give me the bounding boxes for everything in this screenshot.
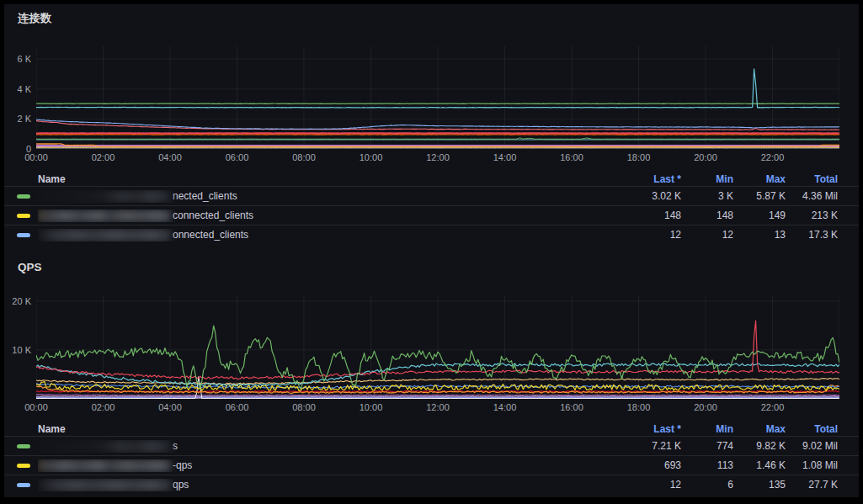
legend-value-max: 13 [733,229,786,241]
legend-column-header-min[interactable]: Min [681,173,733,185]
grafana-dashboard: 连接数 6 K4 K2 K0 00:0002:0004:0006:0008:00… [4,4,859,497]
panel-connections: 连接数 6 K4 K2 K0 00:0002:0004:0006:0008:00… [4,12,859,244]
x-tick-label: 04:00 [158,402,182,412]
legend-header-row: NameLast *MinMaxTotal [4,172,859,186]
qps-chart[interactable]: 20 K10 K 00:0002:0004:0006:0008:0010:001… [4,296,859,414]
qps-legend-table: NameLast *MinMaxTotals7.21 K7749.82 K9.0… [4,422,859,494]
series-name[interactable]: -qps [38,459,621,472]
x-tick-label: 20:00 [694,402,717,412]
legend-column-header-max[interactable]: Max [733,423,786,435]
series-name[interactable]: s [38,440,621,453]
x-tick-label: 06:00 [226,152,249,162]
legend-column-header-min[interactable]: Min [681,423,733,435]
legend-value-total: 1.08 Mil [786,459,838,471]
legend-value-last: 148 [621,210,681,221]
qps-timeseries[interactable] [36,296,839,399]
legend-value-max: 1.46 K [733,459,786,471]
legend-value-total: 17.3 K [786,229,838,241]
legend-row[interactable]: qps12613527.7 K [4,475,859,494]
panel-title-connections[interactable]: 连接数 [18,12,859,24]
y-tick-label: 10 K [12,345,31,355]
series-name[interactable]: nected_clients [38,190,621,203]
legend-value-min: 148 [681,210,733,221]
x-tick-label: 20:00 [694,152,717,162]
series-color-swatch-icon[interactable] [17,194,30,199]
redacted-name-blur [38,440,171,453]
series-name[interactable]: connected_clients [38,210,621,222]
connections-y-axis: 6 K4 K2 K0 [4,46,36,149]
x-tick-label: 00:00 [24,152,48,162]
x-tick-label: 06:00 [226,402,249,412]
legend-column-header-total[interactable]: Total [786,173,838,185]
legend-value-min: 3 K [681,190,733,202]
series-name-suffix: qps [173,479,189,491]
legend-value-last: 12 [621,479,681,491]
legend-value-last: 693 [621,459,681,471]
series-name-suffix: onnected_clients [173,229,248,241]
series-color-swatch-icon[interactable] [17,483,30,487]
legend-value-total: 9.02 Mil [786,440,838,452]
y-tick-label: 2 K [17,114,31,124]
legend-value-min: 6 [681,479,733,491]
connections-plot-area[interactable]: 00:0002:0004:0006:0008:0010:0012:0014:00… [36,46,839,164]
connections-x-axis: 00:0002:0004:0006:0008:0010:0012:0014:00… [36,151,839,164]
connections-chart[interactable]: 6 K4 K2 K0 00:0002:0004:0006:0008:0010:0… [4,46,859,164]
legend-row[interactable]: onnected_clients12121317.3 K [4,225,859,244]
series-name[interactable]: qps [38,479,621,491]
series-color-swatch-icon[interactable] [17,233,30,237]
qps-plot-area[interactable]: 00:0002:0004:0006:0008:0010:0012:0014:00… [36,296,839,414]
legend-row[interactable]: s7.21 K7749.82 K9.02 Mil [4,436,859,455]
legend-row[interactable]: nected_clients3.02 K3 K5.87 K4.36 Mil [4,186,859,205]
legend-column-header-name[interactable]: Name [38,423,621,435]
series-name-suffix: -qps [173,459,192,471]
legend-row[interactable]: -qps6931131.46 K1.08 Mil [4,455,859,475]
legend-value-min: 774 [681,440,733,452]
x-tick-label: 14:00 [493,402,517,412]
x-tick-label: 18:00 [627,402,651,412]
legend-value-max: 135 [733,479,786,491]
connections-legend-table: NameLast *MinMaxTotalnected_clients3.02 … [4,172,859,244]
panel-title-qps[interactable]: QPS [18,261,859,273]
series-color-swatch-icon[interactable] [17,444,30,448]
x-tick-label: 18:00 [627,152,651,162]
x-tick-label: 04:00 [158,152,182,162]
legend-value-last: 3.02 K [621,190,681,202]
x-tick-label: 22:00 [761,402,785,412]
legend-value-last: 12 [621,229,681,241]
series-name[interactable]: onnected_clients [38,229,621,241]
connections-timeseries[interactable] [36,46,839,149]
legend-column-header-last[interactable]: Last * [621,423,681,435]
redacted-name-blur [38,210,171,222]
legend-column-header-max[interactable]: Max [733,173,786,185]
legend-column-header-name[interactable]: Name [38,173,621,185]
x-tick-label: 10:00 [360,152,383,162]
series-line[interactable] [36,397,839,398]
series-name-suffix: s [173,440,178,452]
x-tick-label: 16:00 [560,152,583,162]
redacted-name-blur [38,229,171,241]
legend-header-row: NameLast *MinMaxTotal [4,422,859,436]
x-tick-label: 16:00 [560,402,583,412]
legend-value-min: 12 [681,229,733,241]
legend-column-header-total[interactable]: Total [786,423,838,435]
redacted-name-blur [38,459,171,472]
panel-qps: QPS 20 K10 K 00:0002:0004:0006:0008:0010… [4,261,859,494]
series-name-suffix: nected_clients [173,190,237,202]
legend-value-total: 4.36 Mil [786,190,838,202]
redacted-name-blur [38,479,171,491]
legend-column-header-last[interactable]: Last * [621,173,681,185]
legend-value-max: 9.82 K [733,440,786,452]
series-line[interactable] [36,396,839,397]
x-tick-label: 08:00 [292,402,316,412]
x-tick-label: 14:00 [493,152,517,162]
legend-value-max: 149 [733,210,786,221]
x-tick-label: 12:00 [426,152,450,162]
x-tick-label: 12:00 [426,402,450,412]
legend-value-total: 213 K [786,210,838,221]
x-tick-label: 00:00 [24,402,48,412]
x-tick-label: 10:00 [360,402,383,412]
legend-row[interactable]: connected_clients148148149213 K [4,205,859,225]
series-color-swatch-icon[interactable] [17,214,30,218]
x-tick-label: 22:00 [761,152,785,162]
series-color-swatch-icon[interactable] [17,464,30,468]
